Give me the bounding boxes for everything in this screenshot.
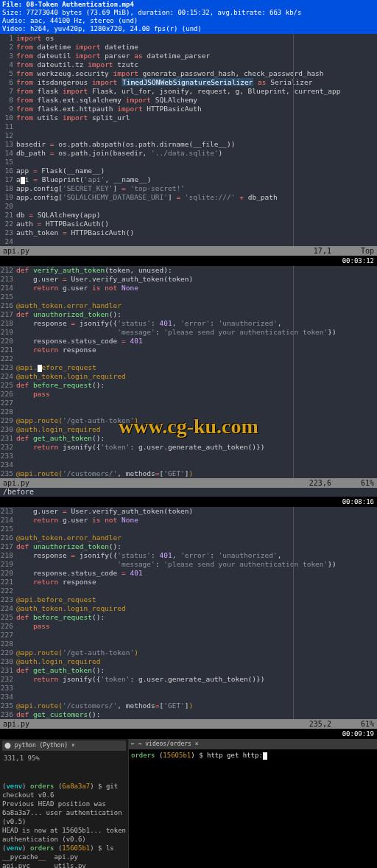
code-text[interactable]: from flask.ext.httpauth import HTTPBasic… <box>16 105 377 113</box>
code-line[interactable]: 217def unauthorized_token(): <box>0 542 377 551</box>
code-text[interactable]: from dateutil import parser as datetime_… <box>16 52 377 60</box>
code-line[interactable]: 225def before_request(): <box>0 613 377 622</box>
code-line[interactable]: 222 <box>0 587 377 595</box>
code-text[interactable] <box>16 461 377 469</box>
code-text[interactable]: response.status_code = 401 <box>16 337 377 346</box>
code-text[interactable] <box>16 202 377 211</box>
code-line[interactable]: 213 g.user = User.verify_auth_token(toke… <box>0 275 377 284</box>
code-line[interactable]: 9from flask.ext.httpauth import HTTPBasi… <box>0 105 377 113</box>
code-line[interactable]: 24 <box>0 237 377 246</box>
code-line[interactable]: 227 <box>0 631 377 640</box>
code-line[interactable]: 14db_path = os.path.join(basedir, '../da… <box>0 149 377 158</box>
code-text[interactable]: @app.route('/get-auth-token') <box>16 648 377 657</box>
code-text[interactable]: return response <box>16 346 377 354</box>
code-text[interactable]: def get_auth_token(): <box>16 434 377 443</box>
code-line[interactable]: 23auth_token = HTTPBasicAuth() <box>0 228 377 237</box>
code-line[interactable]: 217def unauthorized_token(): <box>0 310 377 319</box>
code-text[interactable] <box>16 693 377 701</box>
code-text[interactable]: app = Flask(__name__) <box>16 167 377 175</box>
code-text[interactable]: @api.route('/customers/', methods=['GET'… <box>16 469 377 478</box>
code-line[interactable]: 231def get_auth_token(): <box>0 434 377 443</box>
code-text[interactable] <box>16 158 377 167</box>
code-text[interactable]: 'message': 'please send your authenticat… <box>16 328 377 337</box>
code-line[interactable]: 223@api.before_request <box>0 595 377 604</box>
code-text[interactable]: def unauthorized_token(): <box>16 542 377 551</box>
code-text[interactable]: ai = Blueprint('api', __name__) <box>16 175 377 184</box>
code-text[interactable]: @api.efore_request <box>16 363 377 372</box>
code-text[interactable] <box>16 684 377 693</box>
code-line[interactable]: 225def before_request(): <box>0 381 377 390</box>
code-line[interactable]: 17ai = Blueprint('api', __name__) <box>0 175 377 184</box>
code-text[interactable]: 'message': 'please send your authenticat… <box>16 560 377 569</box>
code-line[interactable]: 230@auth.login_required <box>0 425 377 434</box>
code-text[interactable]: pass <box>16 390 377 399</box>
code-text[interactable]: app.config['SECRET_KEY'] = 'top-secret!' <box>16 184 377 193</box>
code-text[interactable]: @auth_token.login_required <box>16 372 377 381</box>
code-text[interactable]: from datetime import datetime <box>16 43 377 52</box>
code-line[interactable]: 224@auth_token.login_required <box>0 372 377 381</box>
code-line[interactable]: 221 return response <box>0 578 377 587</box>
code-line[interactable]: 6from itsdangerous import TimedJSONWebSi… <box>0 78 377 87</box>
code-line[interactable]: 224@auth_token.login_required <box>0 604 377 613</box>
code-text[interactable] <box>16 407 377 416</box>
code-line[interactable]: 232 return jsonify({'token': g.user.gene… <box>0 675 377 684</box>
code-text[interactable]: return response <box>16 578 377 587</box>
code-text[interactable]: auth = HTTPBasicAuth() <box>16 220 377 228</box>
code-line[interactable]: 4from dateutil.tz import tzutc <box>0 60 377 69</box>
code-line[interactable]: 2from datetime import datetime <box>0 43 377 52</box>
code-line[interactable]: 232 return jsonify({'token': g.user.gene… <box>0 443 377 452</box>
code-text[interactable]: @auth_token.error_handler <box>16 301 377 310</box>
code-text[interactable]: from flask import Flask, url_for, jsonif… <box>16 87 377 96</box>
code-text[interactable]: app.config['SQLALCHEMY_DATABASE_URI'] = … <box>16 193 377 202</box>
code-line[interactable]: 226 pass <box>0 622 377 631</box>
code-text[interactable]: return g.user is not None <box>16 284 377 293</box>
code-text[interactable]: pass <box>16 622 377 631</box>
code-line[interactable]: 215 <box>0 525 377 533</box>
code-text[interactable]: @auth.login_required <box>16 425 377 434</box>
code-text[interactable]: response.status_code = 401 <box>16 569 377 578</box>
editor-pane-3[interactable]: 213 g.user = User.verify_auth_token(toke… <box>0 507 377 719</box>
code-line[interactable]: 216@auth_token.error_handler <box>0 301 377 310</box>
code-text[interactable]: def get_customers(): <box>16 710 377 719</box>
code-line[interactable]: 3from dateutil import parser as datetime… <box>0 52 377 60</box>
code-text[interactable] <box>16 293 377 301</box>
terminal-left-tab[interactable]: ⬤ python (Python) × <box>2 741 126 751</box>
terminal-left-body[interactable]: (venv) orders (6a8a3a7) $ git checkout v… <box>2 764 126 868</box>
code-line[interactable]: 223@api.efore_request <box>0 363 377 372</box>
editor-pane-1[interactable]: 1import os2from datetime import datetime… <box>0 34 377 246</box>
code-line[interactable]: 8from flask.ext.sqlalchemy import SQLAlc… <box>0 96 377 105</box>
terminal-right-tab[interactable]: ← → videos/orders × <box>129 739 377 749</box>
code-text[interactable] <box>16 631 377 640</box>
code-line[interactable]: 21db = SQLAlchemy(app) <box>0 211 377 220</box>
code-text[interactable] <box>16 587 377 595</box>
code-text[interactable]: from werkzeug.security import generate_p… <box>16 69 377 78</box>
code-line[interactable]: 221 return response <box>0 346 377 354</box>
code-line[interactable]: 218 response = jsonify({'status': 401, '… <box>0 319 377 328</box>
code-line[interactable]: 234 <box>0 693 377 701</box>
code-line[interactable]: 219 'message': 'please send your authent… <box>0 560 377 569</box>
code-line[interactable]: 228 <box>0 407 377 416</box>
code-line[interactable]: 18app.config['SECRET_KEY'] = 'top-secret… <box>0 184 377 193</box>
terminal-right-pane[interactable]: ← → videos/orders × orders (15605b1) $ h… <box>129 739 377 868</box>
code-line[interactable]: 233 <box>0 452 377 461</box>
code-line[interactable]: 214 return g.user is not None <box>0 516 377 525</box>
code-text[interactable]: g.user = User.verify_auth_token(token) <box>16 507 377 516</box>
code-text[interactable]: @api.before_request <box>16 595 377 604</box>
code-line[interactable]: 229@app.route('/get-auth-token') <box>0 416 377 425</box>
code-text[interactable]: @auth.login_required <box>16 657 377 666</box>
code-text[interactable]: auth_token = HTTPBasicAuth() <box>16 228 377 237</box>
code-line[interactable]: 19app.config['SQLALCHEMY_DATABASE_URI'] … <box>0 193 377 202</box>
code-line[interactable]: 227 <box>0 399 377 407</box>
code-text[interactable]: return jsonify({'token': g.user.generate… <box>16 443 377 452</box>
code-line[interactable]: 220 response.status_code = 401 <box>0 337 377 346</box>
code-line[interactable]: 15 <box>0 158 377 167</box>
code-line[interactable]: 5from werkzeug.security import generate_… <box>0 69 377 78</box>
code-line[interactable]: 22auth = HTTPBasicAuth() <box>0 220 377 228</box>
terminal-right-body[interactable]: orders (15605b1) $ http get http: <box>129 749 377 761</box>
code-text[interactable]: def unauthorized_token(): <box>16 310 377 319</box>
code-line[interactable]: 219 'message': 'please send your authent… <box>0 328 377 337</box>
code-text[interactable]: from itsdangerous import TimedJSONWebSig… <box>16 78 377 87</box>
code-text[interactable]: def get_auth_token(): <box>16 666 377 675</box>
code-line[interactable]: 218 response = jsonify({'status': 401, '… <box>0 551 377 560</box>
code-line[interactable]: 230@auth.login_required <box>0 657 377 666</box>
